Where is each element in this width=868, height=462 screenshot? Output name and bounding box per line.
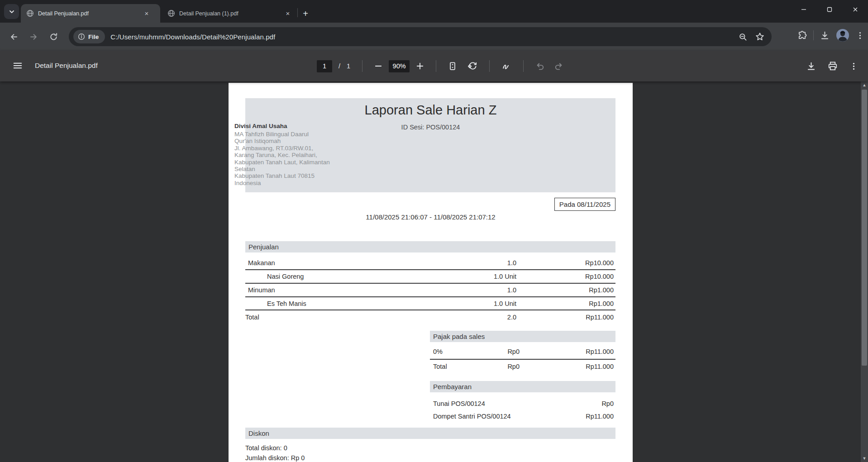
window-minimize-button[interactable]: [791, 0, 816, 19]
chevron-down-icon: [8, 8, 15, 15]
toolbar-divider: [523, 60, 524, 72]
page-total: 1: [347, 62, 350, 70]
back-button[interactable]: [5, 29, 22, 45]
zoom-icon[interactable]: [739, 33, 747, 41]
report-date-box: Pada 08/11/2025: [554, 198, 615, 211]
row-divider: [245, 296, 615, 297]
tax-total-row: Total Rp0 Rp11.000: [430, 361, 615, 372]
profile-avatar[interactable]: [836, 29, 849, 42]
scroll-down-icon[interactable]: ▼: [861, 455, 868, 462]
row-divider: [245, 269, 615, 270]
window-controls: [791, 0, 868, 23]
new-tab-button[interactable]: +: [299, 7, 312, 20]
table-row: Tunai POS/00124 Rp0: [430, 398, 615, 410]
row-divider: [245, 283, 615, 284]
reload-button[interactable]: [45, 29, 62, 45]
table-row: Nasi Goreng 1.0 Unit Rp10.000: [245, 271, 615, 282]
forward-icon: [29, 33, 38, 41]
tab-title: Detail Penjualan.pdf: [38, 10, 137, 17]
vertical-scrollbar[interactable]: ▲ ▼: [861, 81, 868, 462]
window-close-button[interactable]: [842, 0, 868, 19]
pdf-more-options-icon[interactable]: [849, 62, 858, 71]
url-text: C:/Users/muhmm/Downloads/Detail%20Penjua…: [110, 33, 275, 41]
undo-button[interactable]: [535, 62, 544, 71]
globe-favicon-icon: [26, 10, 34, 17]
page-separator: /: [339, 62, 340, 70]
fit-to-page-button[interactable]: [448, 62, 457, 71]
tab-divider: [297, 8, 298, 17]
table-row: Dompet Santri POS/00124 Rp11.000: [430, 411, 615, 422]
row-divider: [245, 310, 615, 310]
pdf-document-title: Detail Penjualan.pdf: [35, 62, 98, 70]
tab-search-button[interactable]: [4, 4, 19, 19]
pdf-toolbar: Detail Penjualan.pdf / 1 90%: [0, 51, 868, 81]
table-row: Makanan 1.0 Rp10.000: [245, 257, 615, 269]
toolbar-divider: [813, 30, 814, 40]
session-id: ID Sesi: POS/00124: [229, 124, 633, 131]
rotate-button[interactable]: [468, 62, 477, 71]
zoom-out-button[interactable]: [374, 62, 382, 70]
report-title: Laporan Sale Harian Z: [229, 103, 633, 118]
tab-detail-penjualan[interactable]: Detail Penjualan.pdf ×: [21, 4, 160, 23]
browser-menu-icon[interactable]: [856, 31, 864, 40]
window-maximize-button[interactable]: [816, 0, 842, 19]
payments-section-header: Pembayaran: [430, 381, 615, 392]
pdf-page: Laporan Sale Harian Z Divisi Amal Usaha …: [229, 83, 633, 462]
scroll-up-icon[interactable]: ▲: [861, 81, 868, 89]
annotate-draw-button[interactable]: [501, 61, 511, 71]
pdf-menu-button[interactable]: [13, 61, 23, 71]
extensions-icon[interactable]: [797, 31, 807, 40]
discount-section-header: Diskon: [245, 428, 615, 439]
tab-detail-penjualan-1[interactable]: Detail Penjualan (1).pdf ×: [162, 4, 297, 23]
discount-total-line: Total diskon: 0: [245, 444, 287, 452]
toolbar-divider: [362, 60, 362, 72]
zoom-level-value[interactable]: 90%: [389, 60, 410, 72]
tab-title: Detail Penjualan (1).pdf: [179, 10, 278, 17]
toolbar-divider: [436, 60, 436, 72]
omnibox[interactable]: File C:/Users/muhmm/Downloads/Detail%20P…: [69, 27, 772, 46]
pdf-print-button[interactable]: [828, 61, 838, 71]
tab-close-icon[interactable]: ×: [142, 9, 151, 18]
zoom-in-button[interactable]: [416, 62, 424, 70]
site-info-chip[interactable]: File: [73, 30, 105, 43]
tab-strip: Detail Penjualan.pdf × Detail Penjualan …: [0, 0, 868, 23]
discount-amount-line: Jumlah diskon: Rp 0: [245, 454, 305, 462]
session-date-range: 11/08/2025 21:06:07 - 11/08/2025 21:07:1…: [229, 213, 633, 221]
tax-section-header: Pajak pada sales: [430, 331, 615, 342]
bookmark-star-icon[interactable]: [755, 32, 764, 41]
row-divider: [430, 359, 615, 360]
chip-label: File: [88, 33, 99, 40]
pdf-download-button[interactable]: [806, 62, 816, 71]
page-number-input[interactable]: [317, 60, 332, 72]
info-icon: [78, 33, 88, 40]
hamburger-menu-icon: [13, 61, 23, 71]
table-row: 0% Rp0 Rp11.000: [430, 346, 615, 357]
sales-section-header: Penjualan: [245, 241, 615, 252]
forward-button[interactable]: [25, 29, 42, 45]
downloads-icon[interactable]: [820, 31, 830, 40]
plus-icon: +: [303, 9, 308, 19]
pdf-viewer: Laporan Sale Harian Z Divisi Amal Usaha …: [0, 81, 868, 462]
company-address: MA Tahfizh Bilingual Daarul Qur'an Istiq…: [234, 131, 330, 186]
scrollbar-thumb[interactable]: [862, 90, 867, 366]
globe-favicon-icon: [167, 10, 175, 17]
sales-total-row: Total 2.0 Rp11.000: [245, 312, 615, 323]
reload-icon: [49, 33, 58, 41]
tab-close-icon[interactable]: ×: [283, 9, 292, 18]
address-bar: File C:/Users/muhmm/Downloads/Detail%20P…: [0, 23, 868, 51]
table-row: Minuman 1.0 Rp1.000: [245, 285, 615, 296]
toolbar-divider: [489, 60, 490, 72]
redo-button[interactable]: [554, 62, 563, 71]
back-icon: [10, 33, 18, 41]
table-row: Es Teh Manis 1.0 Unit Rp1.000: [245, 298, 615, 310]
